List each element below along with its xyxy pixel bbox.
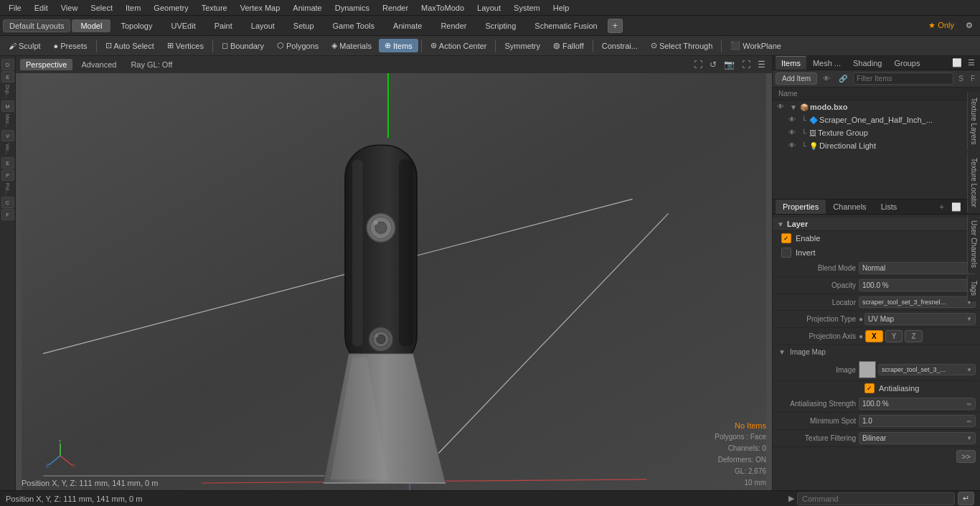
scroll-right-button[interactable]: >> <box>956 450 976 463</box>
sidebar-tool-3[interactable]: M <box>1 100 14 112</box>
item-vis-icon-2[interactable]: 👁 <box>787 128 797 138</box>
items-filter-input[interactable] <box>853 72 953 85</box>
layout-tab-paint[interactable]: Paint <box>206 19 241 32</box>
props-expand-icon[interactable]: ⬜ <box>948 201 964 213</box>
items-tab-items[interactable]: Items <box>776 56 806 70</box>
min-spot-value[interactable]: 1.0 ⬌ <box>859 415 976 427</box>
sidebar-tool-1[interactable]: D <box>1 59 14 70</box>
edge-tab-texture-layers[interactable]: Texture Layers <box>967 92 980 151</box>
presets-button[interactable]: ● Presets <box>48 39 93 52</box>
add-item-button[interactable]: Add Item <box>776 72 817 85</box>
command-input[interactable] <box>797 492 955 505</box>
blend-mode-dropdown[interactable]: Normal ▼ <box>859 262 976 274</box>
sidebar-tool-8[interactable]: F <box>1 209 14 220</box>
invert-checkbox[interactable] <box>781 248 791 258</box>
props-tab-lists[interactable]: Lists <box>874 200 905 214</box>
vertices-button[interactable]: ⊞ Vertices <box>161 39 209 52</box>
edge-tab-tags[interactable]: Tags <box>967 275 980 301</box>
item-expand-icon-0[interactable]: ▼ <box>790 103 797 111</box>
action-center-button[interactable]: ⊛ Action Center <box>425 39 493 52</box>
props-add-button[interactable]: + <box>937 201 947 212</box>
menu-file[interactable]: File <box>3 2 27 14</box>
layout-tab-gametools[interactable]: Game Tools <box>324 19 384 32</box>
layout-tab-setup[interactable]: Setup <box>285 19 323 32</box>
item-vis-icon-1[interactable]: 👁 <box>787 115 797 125</box>
layout-tab-layout[interactable]: Layout <box>242 19 283 32</box>
item-vis-icon-0[interactable]: 👁 <box>776 102 786 112</box>
viewport-tab-perspective[interactable]: Perspective <box>20 59 72 70</box>
viewport-fullscreen-icon[interactable]: ⛶ <box>740 59 753 70</box>
menu-layout[interactable]: Layout <box>471 2 507 14</box>
layout-dropdown[interactable]: Default Layouts <box>3 19 70 32</box>
items-button[interactable]: ⊕ Items <box>379 39 418 52</box>
viewport-reset-icon[interactable]: ↺ <box>707 59 719 70</box>
image-dropdown[interactable]: scraper_tool_set_3_... ▼ <box>878 364 976 375</box>
viewport-tab-advanced[interactable]: Advanced <box>75 59 122 70</box>
layer-collapse-icon[interactable]: ▼ <box>777 220 784 228</box>
sidebar-tool-2[interactable]: E <box>1 71 14 83</box>
list-item[interactable]: 👁 └ 🔷 Scraper_One_and_Half_Inch_... <box>773 113 980 126</box>
viewport-maximize-icon[interactable]: ⛶ <box>692 59 705 70</box>
menu-item[interactable]: Item <box>120 2 146 14</box>
layout-add-button[interactable]: + <box>608 19 623 33</box>
menu-edit[interactable]: Edit <box>29 2 54 14</box>
list-item[interactable]: 👁 └ 🖼 Texture Group <box>773 126 980 139</box>
items-tab-groups[interactable]: Groups <box>888 57 925 70</box>
layout-tab-animate[interactable]: Animate <box>385 19 430 32</box>
props-tab-channels[interactable]: Channels <box>826 200 873 214</box>
sidebar-section-vert[interactable]: Ver... <box>5 142 10 156</box>
sidebar-tool-7[interactable]: C <box>1 197 14 208</box>
items-chain-icon[interactable]: 🔗 <box>836 73 850 84</box>
menu-select[interactable]: Select <box>85 2 118 14</box>
polygons-button[interactable]: ⬡ Polygons <box>271 39 324 52</box>
aa-strength-value[interactable]: 100.0 % ⬌ <box>859 398 976 410</box>
falloff-button[interactable]: ◍ Falloff <box>547 39 590 52</box>
antialias-checkbox[interactable]: ✓ <box>864 383 875 393</box>
tex-filter-dropdown[interactable]: Bilinear ▼ <box>859 432 976 444</box>
sidebar-section-mesh[interactable]: Mes... <box>5 113 10 129</box>
menu-animate[interactable]: Animate <box>287 2 327 14</box>
menu-help[interactable]: Help <box>547 2 575 14</box>
menu-view[interactable]: View <box>55 2 84 14</box>
proj-type-dropdown[interactable]: UV Map ▼ <box>864 313 976 325</box>
symmetry-button[interactable]: Symmetry <box>499 39 546 52</box>
viewport[interactable]: Perspective Advanced Ray GL: Off ⛶ ↺ 📷 ⛶… <box>16 56 772 490</box>
list-item[interactable]: 👁 ▼ 📦 modo.bxo <box>773 100 980 113</box>
menu-dynamics[interactable]: Dynamics <box>329 2 375 14</box>
items-lock-icon[interactable]: ☰ <box>966 57 977 69</box>
axis-x-button[interactable]: X <box>865 330 883 342</box>
viewport-camera-icon[interactable]: 📷 <box>722 59 737 70</box>
props-tab-properties[interactable]: Properties <box>776 200 826 214</box>
edge-tab-user-channels[interactable]: User Channels <box>967 215 980 273</box>
sidebar-section-pol[interactable]: Pol... <box>5 182 10 196</box>
sidebar-tool-6[interactable]: P <box>1 169 14 181</box>
axis-z-button[interactable]: Z <box>905 330 922 342</box>
command-send-button[interactable]: ↵ <box>958 492 974 505</box>
menu-maxtomodo[interactable]: MaxToModo <box>415 2 470 14</box>
items-s-btn[interactable]: S <box>956 73 966 84</box>
list-item[interactable]: 👁 └ 💡 Directional Light <box>773 139 980 152</box>
opacity-value[interactable]: 100.0 % ⬌ <box>859 279 976 291</box>
edge-tab-texture-locator[interactable]: Texture Locator <box>967 152 980 213</box>
enable-checkbox[interactable]: ✓ <box>781 233 791 243</box>
image-map-expand[interactable]: ▼ <box>778 348 786 356</box>
constraints-button[interactable]: Constrai... <box>596 39 644 52</box>
menu-geometry[interactable]: Geometry <box>148 2 194 14</box>
boundary-button[interactable]: ◻ Boundary <box>216 39 270 52</box>
locator-dropdown[interactable]: scraper_tool_set_3_fresnel ( ... ▼ <box>859 296 976 308</box>
materials-button[interactable]: ◈ Materials <box>326 39 377 52</box>
items-tab-mesh[interactable]: Mesh ... <box>807 57 847 70</box>
menu-render[interactable]: Render <box>377 2 414 14</box>
items-tab-shading[interactable]: Shading <box>847 57 887 70</box>
layout-tab-schematicfusion[interactable]: Schematic Fusion <box>526 19 606 32</box>
menu-texture[interactable]: Texture <box>196 2 233 14</box>
layout-tab-topology[interactable]: Topology <box>112 19 161 32</box>
viewport-tab-raygl[interactable]: Ray GL: Off <box>125 59 178 70</box>
select-through-button[interactable]: ⊙ Select Through <box>645 39 718 52</box>
menu-system[interactable]: System <box>508 2 546 14</box>
sidebar-tool-5[interactable]: E <box>1 157 14 169</box>
viewport-settings-icon[interactable]: ☰ <box>755 59 768 70</box>
workplane-button[interactable]: ⬛ WorkPlane <box>725 39 787 52</box>
items-vis-icon[interactable]: 👁 <box>820 73 833 84</box>
items-expand-icon[interactable]: ⬜ <box>950 57 964 69</box>
